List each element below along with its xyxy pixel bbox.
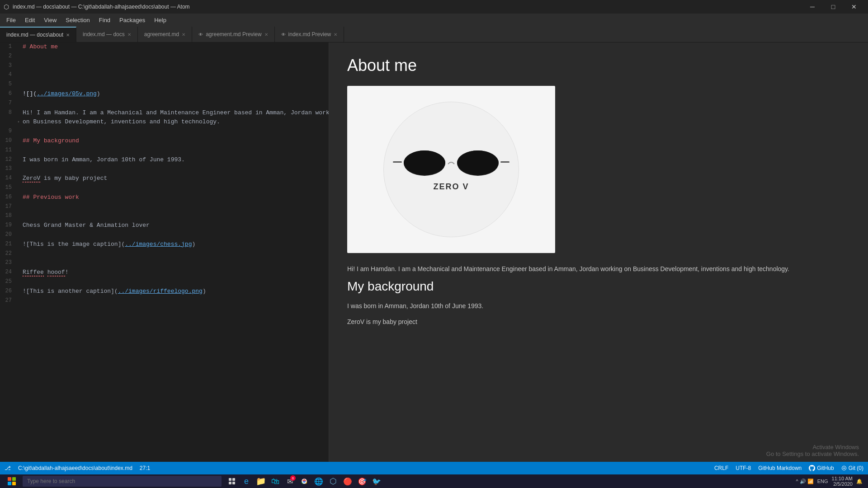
line-content: ## Previous work	[21, 193, 329, 202]
menubar: File Edit View Selection Find Packages H…	[0, 14, 868, 26]
git-count: Git (0)	[849, 465, 863, 471]
tab-label: index.md — docs	[83, 31, 125, 38]
line-content	[21, 80, 329, 89]
menu-find[interactable]: Find	[94, 15, 115, 25]
line-number: 18	[0, 211, 16, 221]
editor-line: 6 ![](../images/05v.png)	[0, 89, 329, 99]
editor-line: 25	[0, 277, 329, 287]
store-button[interactable]: 🛍	[269, 474, 282, 488]
menu-selection[interactable]: Selection	[61, 15, 94, 25]
app3-button[interactable]: 🐦	[370, 474, 383, 488]
tab-index-docs[interactable]: index.md — docs ✕	[76, 27, 138, 42]
editor-line: 3	[0, 61, 329, 71]
line-content	[21, 61, 329, 71]
editor-pane[interactable]: 1 # About me 2 3 4 5 6 ![](	[0, 42, 329, 462]
tab-agreement[interactable]: agreement.md ✕	[138, 27, 192, 42]
system-tray-icons: ^ 🔊 📶	[796, 479, 813, 484]
preview-image: ZERO V	[347, 86, 555, 253]
line-content: ZeroV is my baby project	[21, 174, 329, 183]
line-content	[21, 127, 329, 136]
line-content: ## My background	[21, 136, 329, 146]
notification-icon[interactable]: 🔔	[856, 479, 863, 484]
github-icon: GitHub	[809, 465, 834, 471]
activate-title: Activate Windows	[766, 444, 859, 450]
chrome-button[interactable]	[297, 474, 311, 488]
editor-line: 5	[0, 80, 329, 89]
tab-close-icon[interactable]: ✕	[66, 33, 70, 38]
right-lens	[455, 147, 500, 177]
preview-bg-line1: I was born in Amman, Jordan 10th of June…	[347, 301, 850, 311]
line-number: 15	[0, 183, 16, 193]
menu-file[interactable]: File	[2, 15, 20, 25]
app2-button[interactable]: 🎯	[355, 474, 369, 488]
git-status: Git (0)	[841, 465, 863, 471]
svg-rect-8	[229, 482, 231, 484]
editor-line: 22	[0, 249, 329, 259]
statusbar-left: ⎇ C:\git\abdallah-alhajsaeed\docs\about\…	[5, 465, 150, 471]
tab-label: agreement.md Preview	[206, 31, 261, 38]
line-number: 14	[0, 174, 16, 183]
menu-view[interactable]: View	[39, 15, 61, 25]
menu-packages[interactable]: Packages	[115, 15, 150, 25]
editor-line: 19 Chess Grand Master & Animation lover	[0, 221, 329, 230]
glasses-arm-right	[500, 161, 509, 163]
browser-button[interactable]: 🌐	[312, 474, 326, 488]
app1-button[interactable]: 🔴	[341, 474, 354, 488]
tab-close-icon[interactable]: ✕	[182, 32, 185, 37]
preview-icon: 👁	[198, 32, 203, 37]
line-number: 23	[0, 258, 16, 268]
tab-agreement-preview[interactable]: 👁 agreement.md Preview ✕	[192, 27, 274, 42]
atom-button[interactable]: ⬡	[326, 474, 340, 488]
line-number: 16	[0, 193, 16, 202]
preview-intro: Hi! I am Hamdan. I am a Mechanical and M…	[347, 264, 850, 274]
close-button[interactable]: ✕	[844, 0, 864, 14]
editor-line: 24 Riffee hooof!	[0, 268, 329, 277]
line-content	[21, 258, 329, 268]
tab-index-about[interactable]: index.md — docs\about ✕	[0, 27, 76, 42]
line-number: 17	[0, 202, 16, 212]
line-content	[21, 183, 329, 193]
editor-line: 16 ## Previous work	[0, 193, 329, 202]
line-number: 5	[0, 80, 16, 89]
editor-line: 10 ## My background	[0, 136, 329, 146]
line-number: 22	[0, 249, 16, 259]
tab-close-icon[interactable]: ✕	[334, 32, 337, 37]
editor-line: 14 ZeroV is my baby project	[0, 174, 329, 183]
menu-edit[interactable]: Edit	[20, 15, 39, 25]
search-input[interactable]	[23, 476, 222, 487]
line-content	[21, 202, 329, 212]
line-number: 13	[0, 164, 16, 174]
edge-button[interactable]: e	[240, 474, 253, 488]
line-number	[0, 117, 16, 127]
maximize-button[interactable]: □	[823, 0, 844, 14]
preview-icon: 👁	[281, 32, 286, 37]
mail-badge: 6	[290, 475, 296, 481]
tab-close-icon[interactable]: ✕	[264, 32, 268, 37]
svg-rect-6	[229, 478, 231, 481]
line-number: 8	[0, 108, 16, 118]
editor-line: 7	[0, 99, 329, 108]
editor-line: 11	[0, 146, 329, 155]
tab-close-icon[interactable]: ✕	[127, 32, 131, 37]
explorer-button[interactable]: 📁	[254, 474, 268, 488]
mail-button[interactable]: ✉ 6	[283, 474, 297, 488]
line-number: 26	[0, 287, 16, 296]
glasses-graphic	[393, 147, 509, 177]
editor-line: 18	[0, 211, 329, 221]
start-button[interactable]	[3, 474, 21, 488]
editor-line: 12 I was born in Amman, Jordan 10th of J…	[0, 155, 329, 165]
glasses-lenses	[402, 147, 500, 177]
window-title: index.md — docs\about — C:\git\abdallah-…	[13, 4, 190, 10]
taskbar-icons: e 📁 🛍 ✉ 6 🌐 ⬡ 🔴 🎯 🐦	[225, 474, 383, 488]
minimize-button[interactable]: ─	[802, 0, 823, 14]
task-view-button[interactable]	[225, 474, 239, 488]
svg-point-5	[843, 468, 844, 469]
clock-date: 2/5/2020	[832, 481, 853, 487]
line-content: Chess Grand Master & Animation lover	[21, 221, 329, 230]
editor-line: 8 Hi! I am Hamdan. I am a Mechanical and…	[0, 108, 329, 118]
line-number: 12	[0, 155, 16, 165]
menu-help[interactable]: Help	[150, 15, 171, 25]
tab-index-preview[interactable]: 👁 index.md Preview ✕	[275, 27, 344, 42]
main-area: 1 # About me 2 3 4 5 6 ![](	[0, 42, 868, 462]
system-clock: 11:10 AM 2/5/2020	[832, 476, 853, 487]
